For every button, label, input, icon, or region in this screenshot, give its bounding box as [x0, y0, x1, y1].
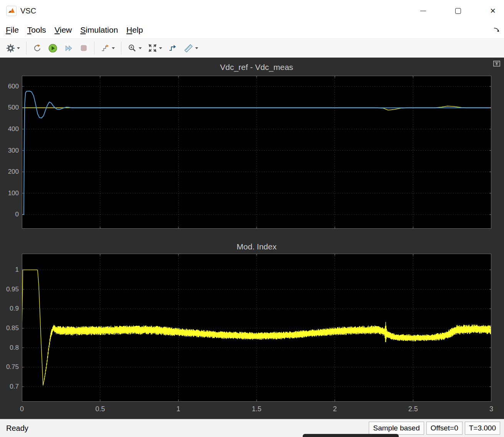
x-tick-label: 1 [165, 405, 192, 413]
fit-to-view-button[interactable] [146, 42, 164, 54]
cursor-measurements-icon [184, 43, 193, 53]
x-tick-label: 0 [8, 405, 35, 413]
y-tick-label: 400 [0, 125, 19, 133]
y-tick-label: 0.9 [0, 305, 19, 312]
x-tick-label: 1.5 [243, 405, 270, 413]
plot-area-1[interactable] [22, 254, 491, 402]
status-bar: Ready Sample basedOffset=0T=3.000 [0, 419, 504, 437]
maximize-button[interactable] [447, 0, 469, 22]
window-title: VSC [20, 7, 36, 15]
status-time: T=3.000 [465, 422, 500, 435]
y-tick-label: 0 [0, 211, 19, 218]
zoom-dropdown-caret[interactable] [139, 47, 142, 49]
collapse-toolbar-button[interactable] [492, 60, 501, 67]
y-tick-label: 1 [0, 266, 19, 274]
toolbar-separator [121, 42, 121, 55]
y-tick-label: 0.85 [0, 324, 19, 332]
menu-items: FileToolsViewSimulationHelp [2, 25, 147, 35]
y-tick-label: 100 [0, 189, 19, 197]
status-sample-mode: Sample based [369, 422, 424, 435]
plot-title-1: Mod. Index [22, 242, 491, 251]
scope-window: VSC × FileToolsViewSimulationHelp Vd [0, 0, 504, 437]
window-controls: × [399, 0, 504, 22]
status-offset: Offset=0 [426, 422, 463, 435]
toolbar-separator [26, 42, 27, 55]
y-tick-label: 600 [0, 83, 19, 90]
stepping-options-icon [101, 43, 110, 53]
x-tick-label: 0.5 [87, 405, 114, 413]
fit-to-view-icon [148, 43, 157, 53]
step-forward-icon [64, 43, 73, 53]
y-tick-label: 0.7 [0, 383, 19, 390]
y-tick-label: 0.75 [0, 363, 19, 371]
plot-area-0[interactable] [22, 76, 491, 229]
zoom-button[interactable] [126, 42, 144, 54]
menu-item-simulation[interactable]: Simulation [76, 25, 122, 35]
highlight-block-icon [168, 43, 177, 53]
toolbar-separator [94, 42, 94, 55]
step-back-icon [33, 43, 42, 53]
y-tick-label: 200 [0, 168, 19, 176]
status-indicators: Sample basedOffset=0T=3.000 [369, 422, 500, 435]
scope-display: Vdc_ref - Vdc_meas0100200300400500600Mod… [0, 58, 504, 419]
menu-item-file[interactable]: File [2, 25, 23, 35]
configuration-button[interactable] [4, 43, 22, 54]
overflow-arrow-icon [493, 27, 501, 33]
configuration-dropdown-caret[interactable] [17, 47, 20, 49]
status-ready-text: Ready [6, 424, 28, 433]
menu-bar: FileToolsViewSimulationHelp [0, 22, 504, 38]
gear-icon [6, 44, 15, 53]
highlight-simulink-block-button[interactable] [166, 42, 179, 54]
x-tick-label: 3 [478, 405, 504, 413]
menu-item-tools[interactable]: Tools [23, 25, 50, 35]
menu-item-help[interactable]: Help [122, 25, 147, 35]
stop-button[interactable] [78, 43, 90, 53]
x-tick-label: 2 [322, 405, 348, 413]
menu-item-view[interactable]: View [50, 25, 76, 35]
toolbar [0, 38, 504, 58]
taskbar-fragment [303, 434, 399, 437]
y-tick-label: 300 [0, 147, 19, 155]
stop-icon [80, 44, 88, 52]
y-tick-label: 0.8 [0, 344, 19, 352]
toolbar-buttons [3, 42, 201, 55]
title-bar: VSC × [0, 0, 504, 22]
close-icon: × [490, 6, 496, 15]
fit-to-view-dropdown-caret[interactable] [159, 47, 162, 49]
run-button[interactable] [46, 42, 60, 54]
matlab-scope-icon [6, 6, 17, 16]
step-forward-button[interactable] [62, 42, 75, 54]
menu-overflow-arrow-button[interactable] [493, 27, 501, 35]
y-tick-label: 0.95 [0, 286, 19, 293]
minimize-icon [420, 11, 426, 11]
y-tick-label: 500 [0, 104, 19, 111]
step-back-button[interactable] [31, 42, 44, 54]
plot-title-0: Vdc_ref - Vdc_meas [22, 63, 491, 72]
collapse-panel-icon [493, 61, 500, 66]
run-icon [48, 43, 58, 53]
maximize-icon [455, 8, 461, 14]
close-button[interactable]: × [482, 0, 504, 22]
cursor-measurements-button[interactable] [182, 42, 200, 54]
x-tick-label: 2.5 [400, 405, 426, 413]
simulation-stepping-options-button[interactable] [99, 42, 117, 54]
zoom-in-icon [128, 43, 137, 53]
minimize-button[interactable] [412, 0, 434, 22]
simulation-stepping-options-dropdown-caret[interactable] [112, 47, 115, 49]
cursor-measurements-dropdown-caret[interactable] [195, 47, 198, 49]
